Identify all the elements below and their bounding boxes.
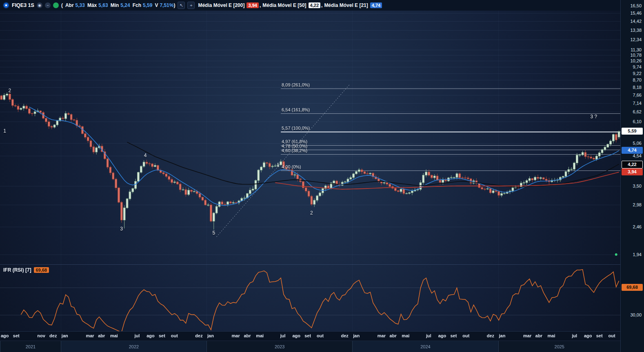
year-band: 2025 [498,341,620,352]
ema200-price-badge: 3,94 [622,168,643,175]
rsi-label: IFR (RSI) [7] [3,267,31,273]
year-label: 2023 [275,344,284,349]
month-label: dez [341,333,349,338]
month-label: jul [572,333,577,338]
toolbar: FIQE3 1S ◉ − (Abr5,33Máx5,63Mín5,24Fch5,… [0,0,620,11]
ema50-price-badge: 4,22 [622,161,643,168]
timeframe-text: 1S [28,2,34,8]
separator: , [321,2,322,8]
price-tick: 11,30 [631,47,642,52]
month-label: set [450,333,457,338]
rsi-indicator-header[interactable]: IFR (RSI) [7] 69,68 [3,267,49,273]
ohlc-readout: (Abr5,33Máx5,63Mín5,24Fch5,59V7,51%) [61,2,175,8]
rsi-value-badge: 69,68 [34,267,49,273]
month-label: jan [207,333,214,338]
month-label: ago [147,333,155,338]
price-tick: 9,22 [633,71,642,76]
ohlc-field-label: Mín [111,2,119,8]
year-label: 2024 [420,344,430,349]
ma-indicator-label[interactable]: Média Móvel E [50] [262,2,306,8]
month-label: mai [402,333,409,338]
price-axis[interactable]: 16,5015,4614,4213,3812,3411,3010,7810,26… [620,0,644,352]
month-label: abr [98,333,105,338]
ohlc-field-value: 5,63 [98,2,108,8]
year-label: 2021 [26,344,36,349]
ohlc-field-label: Abr [65,2,74,8]
instrument-logo-icon[interactable] [3,2,9,9]
year-label: 2022 [129,344,139,349]
month-label: out [462,333,469,338]
price-tick: 4,54 [633,153,642,158]
month-label: set [596,333,603,338]
ma-indicator-label[interactable]: Média Móvel E [200] [198,2,244,8]
price-tick: 13,38 [630,28,642,33]
ohlc-field-value: 5,59 [143,2,152,8]
chart-canvas[interactable] [0,0,644,352]
add-indicator-button[interactable]: + [187,2,195,9]
price-tick: 1,94 [633,252,642,257]
price-tick: 2,98 [633,202,642,207]
month-label: mar [378,333,386,338]
status-online-icon [53,2,59,8]
ohlc-paren: ( [61,2,63,8]
month-label: out [608,333,615,338]
price-tick: 10,78 [630,53,642,58]
month-label: abr [244,333,251,338]
ma-indicator-label[interactable]: Média Móvel E [21] [324,2,368,8]
year-band: 2024 [352,341,498,352]
month-label: jan [62,333,68,338]
price-tick: 10,26 [630,58,642,63]
month-label: mar [86,333,94,338]
month-label: ago [292,333,300,338]
month-label: out [171,333,178,338]
year-label: 2025 [555,344,564,349]
camera-icon[interactable]: ◉ [37,2,42,8]
month-label: dez [487,333,494,338]
month-label: jan [499,333,506,338]
year-band: 2022 [61,341,207,352]
price-tick: 6,62 [633,109,642,114]
years-row: 20212022202320242025 [0,341,620,352]
price-tick: 7,14 [633,101,642,106]
symbol-text: FIQE3 [12,2,27,8]
rsi-level-tick: 30,00 [630,312,642,317]
month-label: jul [134,333,140,338]
month-label: mar [232,333,240,338]
year-band: 2023 [207,341,352,352]
minimize-icon[interactable]: − [45,2,51,8]
month-label: out [317,333,324,338]
price-tick: 3,50 [633,184,642,188]
month-label: dez [195,333,202,338]
month-label: set [13,333,20,338]
month-label: abr [390,333,397,338]
month-label: mai [548,333,555,338]
ema21-price-badge: 4,74 [622,147,643,154]
ohlc-field-value: 5,24 [120,2,130,8]
cursor-tool-button[interactable]: ↖ [178,2,185,9]
price-tick: 12,34 [630,37,642,42]
trading-chart-window: 8,09 (261,0%)6,54 (161,8%)5,57 (100,0%)4… [0,0,644,352]
ohlc-paren: ) [173,2,175,8]
month-label: jul [280,333,286,338]
price-tick: 15,46 [630,11,642,15]
ohlc-field-value: 5,33 [76,2,85,8]
month-label: abr [535,333,542,338]
price-tick: 9,74 [633,64,642,69]
months-row: agosetnovdezjanmarabrmaijulagosetoutdezj… [0,332,620,341]
ma-indicator-value-badge: 3,94 [246,2,258,8]
month-label: mar [523,333,531,338]
ma-indicator-value-badge: 4,22 [309,2,320,8]
last-price-badge: 5,59 [622,128,643,135]
time-axis[interactable]: agosetnovdezjanmarabrmaijulagosetoutdezj… [0,331,620,352]
price-tick: 14,42 [630,19,642,24]
price-tick: 2,46 [633,224,642,229]
ohlc-field-label: V [155,2,158,8]
month-label: mai [110,333,118,338]
separator: , [260,2,261,8]
ma-indicator-value-badge: 4,74 [370,2,382,8]
price-tick: 8,18 [633,85,642,90]
price-tick: 8,70 [633,77,642,82]
symbol-label[interactable]: FIQE3 1S [12,2,34,8]
price-tick: 7,66 [633,93,642,97]
month-label: ago [1,333,9,338]
